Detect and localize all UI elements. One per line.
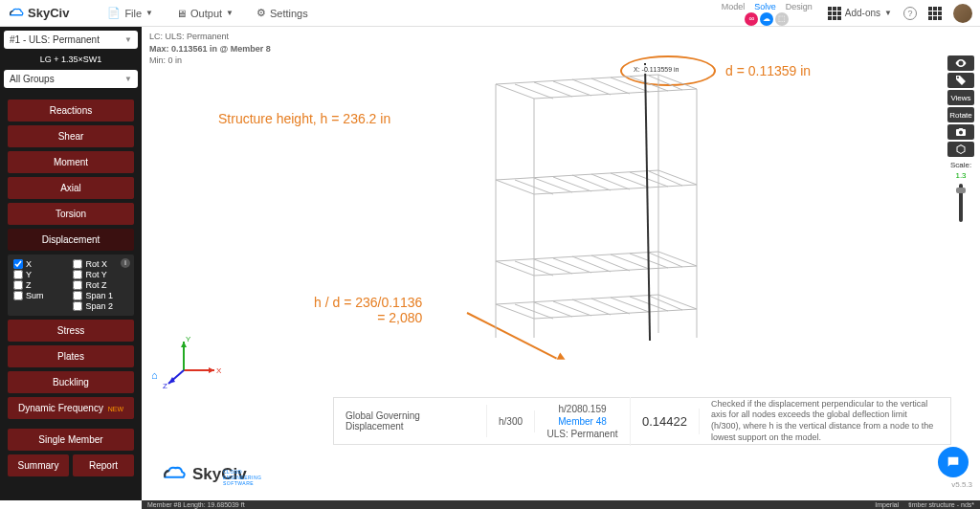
- status-units[interactable]: Imperial: [875, 501, 899, 508]
- logo[interactable]: SkyCiv: [8, 6, 69, 20]
- mode-design-tab[interactable]: Design: [782, 1, 816, 12]
- load-case-dropdown[interactable]: #1 - ULS: Permanent ▼: [4, 31, 138, 49]
- chevron-down-icon: ▼: [145, 9, 153, 17]
- status-member: Member #8 Length: 19.685039 ft: [147, 501, 245, 508]
- y-checkbox[interactable]: Y: [13, 270, 69, 279]
- results-description: Checked if the displacement perpendicula…: [700, 393, 950, 450]
- shear-button[interactable]: Shear: [8, 125, 134, 147]
- span2-checkbox[interactable]: Span 2: [73, 301, 128, 311]
- svg-text:Z: Z: [163, 382, 167, 390]
- report-button[interactable]: Report: [73, 454, 134, 476]
- annotation-disp: d = 0.11359 in: [725, 63, 811, 78]
- coordinate-system: X Y Z: [157, 334, 224, 395]
- version-label: v5.5.3: [951, 480, 972, 489]
- axial-button[interactable]: Axial: [8, 177, 134, 199]
- svg-text:X: X: [216, 366, 222, 375]
- mode-model-tab[interactable]: Model: [718, 1, 749, 12]
- annotation-height: Structure height, h = 236.2 in: [218, 111, 390, 126]
- rotz-checkbox[interactable]: Rot Z: [73, 280, 128, 290]
- member-link[interactable]: Member 48: [546, 415, 618, 428]
- stress-button[interactable]: Stress: [8, 320, 134, 342]
- single-member-button[interactable]: Single Member: [8, 429, 134, 451]
- monitor-icon: 🖥: [176, 8, 187, 19]
- rotate-button[interactable]: Rotate: [947, 107, 974, 122]
- file-menu[interactable]: 📄 File ▼: [107, 7, 153, 19]
- addons-menu[interactable]: Add-ons ▼: [828, 7, 892, 20]
- arrow-head-icon: [557, 353, 568, 364]
- results-limit: h/300: [487, 410, 535, 432]
- chevron-down-icon: ▼: [124, 35, 132, 44]
- cube-icon[interactable]: [947, 142, 974, 157]
- reactions-button[interactable]: Reactions: [8, 100, 134, 122]
- visibility-icon[interactable]: [947, 55, 974, 71]
- file-icon: 📄: [107, 7, 121, 19]
- scale-slider[interactable]: [959, 184, 963, 222]
- output-menu[interactable]: 🖥 Output ▼: [176, 7, 234, 19]
- chevron-down-icon: ▼: [226, 9, 234, 17]
- structure-model: [467, 55, 716, 343]
- plates-button[interactable]: Plates: [8, 345, 134, 367]
- mode-solve-icon[interactable]: ☁: [760, 12, 773, 26]
- buckling-button[interactable]: Buckling: [8, 371, 134, 393]
- mode-model-icon[interactable]: ∞: [745, 12, 758, 26]
- canvas-viewport[interactable]: LC: ULS: Permanent Max: 0.113561 in @ Me…: [142, 27, 980, 500]
- annotation-ratio: h / d = 236/0.1136 = 2,080: [314, 295, 422, 325]
- roty-checkbox[interactable]: Rot Y: [73, 270, 128, 279]
- x-displacement-label: X: -0.113559 in: [632, 65, 680, 74]
- results-member: h/2080.159 Member 48 ULS: Permanent: [535, 397, 631, 446]
- view-toolbar: Views Rotate Scale: 1.3: [947, 55, 974, 224]
- scale-value: 1.3: [947, 171, 974, 180]
- svg-text:Y: Y: [186, 335, 191, 343]
- skyciv-icon: [8, 7, 25, 20]
- chat-icon[interactable]: [938, 447, 969, 477]
- displacement-options: i X Rot X Y Rot Y Z Rot Z Sum Span 1 Spa…: [8, 254, 134, 316]
- status-file[interactable]: timber structure - nds*: [908, 501, 974, 508]
- x-checkbox[interactable]: X: [13, 259, 69, 269]
- status-bar: Member #8 Length: 19.685039 ft Imperial …: [142, 500, 980, 509]
- help-icon[interactable]: ?: [903, 7, 917, 20]
- groups-dropdown[interactable]: All Groups ▼: [4, 70, 138, 88]
- avatar[interactable]: [953, 4, 972, 23]
- chevron-down-icon: ▼: [124, 75, 132, 83]
- dynamic-frequency-button[interactable]: Dynamic Frequency NEW: [8, 397, 134, 419]
- sidebar: #1 - ULS: Permanent ▼ LG + 1.35×SW1 All …: [0, 27, 142, 500]
- skyciv-watermark: SkyCiv CLOUD ENGINEERING SOFTWARE: [161, 464, 247, 485]
- mode-solve-tab[interactable]: Solve: [750, 1, 780, 12]
- new-badge: NEW: [108, 406, 123, 412]
- torsion-button[interactable]: Torsion: [8, 203, 134, 225]
- gear-icon: ⚙: [256, 7, 266, 19]
- results-ratio: 0.14422: [631, 409, 700, 434]
- chevron-down-icon: ▼: [884, 9, 892, 17]
- views-button[interactable]: Views: [947, 90, 974, 105]
- scale-label: Scale:: [947, 161, 974, 169]
- load-formula: LG + 1.35×SW1: [4, 53, 138, 70]
- span1-checkbox[interactable]: Span 1: [73, 291, 128, 300]
- info-icon[interactable]: i: [121, 258, 130, 268]
- z-checkbox[interactable]: Z: [13, 280, 69, 290]
- moment-button[interactable]: Moment: [8, 151, 134, 173]
- settings-menu[interactable]: ⚙ Settings: [256, 7, 308, 19]
- tag-icon[interactable]: [947, 73, 974, 88]
- grid-icon: [828, 7, 841, 20]
- svg-marker-1: [209, 367, 214, 373]
- camera-icon[interactable]: [947, 124, 974, 140]
- apps-icon[interactable]: [928, 7, 942, 20]
- results-title: Global Governing Displacement: [334, 405, 487, 437]
- canvas-info: LC: ULS: Permanent Max: 0.113561 in @ Me…: [149, 31, 271, 67]
- sum-checkbox[interactable]: Sum: [13, 291, 69, 300]
- summary-button[interactable]: Summary: [8, 454, 69, 476]
- logo-text: SkyCiv: [28, 6, 69, 20]
- mode-design-icon[interactable]: ⬚: [775, 12, 789, 26]
- displacement-button[interactable]: Displacement: [8, 229, 134, 251]
- results-panel: Global Governing Displacement h/300 h/20…: [333, 397, 951, 445]
